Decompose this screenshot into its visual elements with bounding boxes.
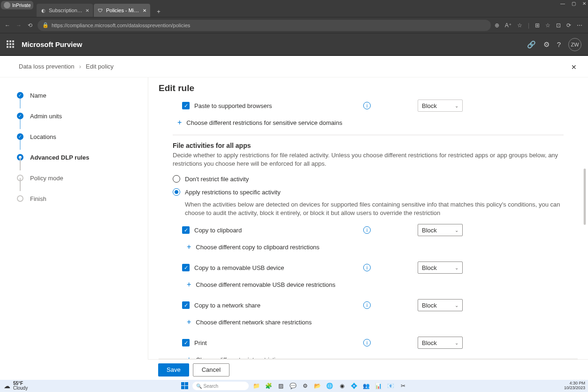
info-icon[interactable]: i — [363, 301, 371, 309]
app-launcher-icon[interactable] — [7, 40, 15, 49]
link-icon[interactable]: 🔗 — [527, 40, 536, 49]
checkbox-print[interactable]: ✓ — [182, 339, 190, 346]
help-icon[interactable]: ? — [557, 40, 561, 48]
chevron-down-icon: ⌄ — [455, 340, 458, 346]
step-pending-icon — [17, 195, 23, 202]
radio-selected-description: When the activities below are detected o… — [185, 200, 564, 217]
weather-widget[interactable]: ☁ 55°F Cloudy — [0, 381, 28, 391]
start-button[interactable] — [181, 382, 189, 390]
close-icon[interactable]: ✕ — [582, 1, 586, 6]
info-icon[interactable]: i — [363, 102, 371, 109]
header-actions: 🔗 ⚙ ? ZW — [527, 38, 581, 51]
taskbar-icon[interactable]: ◉ — [338, 382, 346, 390]
activity-label: Print — [194, 339, 359, 346]
favorite-icon[interactable]: ☆ — [517, 22, 522, 29]
chevron-down-icon: ⌄ — [455, 103, 458, 108]
tab-policies[interactable]: 🛡 Policies - Microsoft Purview ✕ — [94, 4, 150, 17]
info-icon[interactable]: i — [363, 339, 371, 346]
radio-dont-restrict[interactable]: Don't restrict file activity — [173, 172, 564, 185]
cancel-button[interactable]: Cancel — [193, 363, 229, 377]
step-advanced-dlp-rules[interactable]: Advanced DLP rules — [17, 147, 111, 168]
taskbar-icon[interactable]: 💠 — [350, 382, 359, 390]
save-button[interactable]: Save — [158, 363, 189, 377]
taskbar-icon[interactable]: 👥 — [362, 382, 371, 390]
action-dropdown-print[interactable]: Block ⌄ — [418, 337, 463, 349]
taskbar-icon[interactable]: 📧 — [387, 382, 395, 390]
close-icon[interactable]: ✕ — [85, 8, 89, 13]
panel-footer: Save Cancel — [148, 359, 588, 380]
scrollbar-thumb[interactable] — [583, 169, 586, 225]
action-dropdown-paste[interactable]: Block ⌄ — [418, 100, 463, 112]
plus-icon: + — [187, 280, 191, 289]
step-locations[interactable]: Locations — [17, 126, 111, 147]
step-admin-units[interactable]: Admin units — [17, 106, 111, 126]
read-icon[interactable]: A⁺ — [505, 22, 512, 29]
scroll-container: ✓ Paste to supported browsers i Block ⌄ … — [159, 97, 578, 359]
close-icon[interactable]: ✕ — [143, 8, 146, 13]
minimize-icon[interactable]: — — [560, 1, 565, 6]
browser-toolbar: ← → ⟲ 🔒 https://compliance.microsoft.com… — [0, 17, 588, 33]
action-dropdown-network[interactable]: Block ⌄ — [418, 299, 463, 311]
action-dropdown-usb[interactable]: Block ⌄ — [418, 261, 463, 274]
checkbox-copy-network[interactable]: ✓ — [182, 301, 190, 309]
more-icon[interactable]: ⋯ — [577, 22, 582, 29]
breadcrumb-current: Edit policy — [86, 63, 114, 70]
add-print-restrictions[interactable]: + Choose different print restrictions — [173, 352, 564, 359]
app-icon[interactable]: ⊞ — [535, 22, 540, 29]
radio-apply-restrictions[interactable]: Apply restrictions to specific activity — [173, 185, 564, 199]
close-panel-button[interactable]: ✕ — [569, 62, 579, 72]
add-network-restrictions[interactable]: + Choose different network share restric… — [173, 315, 564, 330]
back-icon[interactable]: ← — [4, 22, 11, 29]
action-dropdown-clipboard[interactable]: Block ⌄ — [418, 224, 463, 236]
activity-label: Copy to a removable USB device — [194, 264, 359, 271]
add-service-domain-restrictions[interactable]: + Choose different restrictions for sens… — [173, 115, 564, 130]
taskbar-icon[interactable]: 📁 — [252, 382, 261, 390]
sync-icon[interactable]: ⟳ — [566, 22, 571, 29]
window-controls: — ▢ ✕ — [560, 1, 586, 6]
taskbar-clock[interactable]: 4:30 PM 10/23/2023 — [564, 381, 585, 391]
taskbar-icon[interactable]: 📂 — [313, 382, 322, 390]
add-usb-restrictions[interactable]: + Choose different removable USB device … — [173, 277, 564, 292]
tab-subscriptions[interactable]: ◐ Subscriptions - Microsoft 365 a… ✕ — [37, 4, 93, 17]
activity-label: Paste to supported browsers — [194, 102, 359, 109]
edit-rule-panel: Edit rule ✓ Paste to supported browsers … — [148, 77, 588, 359]
step-finish[interactable]: Finish — [17, 188, 111, 209]
new-tab-button[interactable]: + — [153, 6, 164, 17]
checkbox-copy-clipboard[interactable]: ✓ — [182, 226, 190, 234]
wizard-stepper: Name Admin units Locations Advanced DLP … — [17, 85, 111, 209]
activity-copy-network: ✓ Copy to a network share i Block ⌄ — [173, 296, 564, 315]
info-icon[interactable]: i — [363, 264, 371, 271]
taskbar-icon[interactable]: ▨ — [277, 382, 285, 390]
avatar[interactable]: ZW — [568, 38, 581, 51]
plus-icon: + — [177, 118, 182, 127]
step-name[interactable]: Name — [17, 85, 111, 106]
extensions-icon[interactable]: ⊡ — [556, 22, 561, 29]
weather-desc: Cloudy — [13, 386, 28, 391]
checkbox-paste-browsers[interactable]: ✓ — [182, 102, 190, 109]
profile-dot — [4, 2, 10, 8]
taskbar-icon[interactable]: 📊 — [374, 382, 383, 390]
forward-icon[interactable]: → — [15, 22, 23, 29]
gear-icon[interactable]: ⚙ — [543, 40, 550, 49]
activity-label: Copy to a network share — [194, 302, 359, 309]
taskbar-icon[interactable]: 🌐 — [326, 382, 334, 390]
info-icon[interactable]: i — [363, 226, 371, 234]
app-body: Data loss prevention › Edit policy ✕ Nam… — [0, 55, 588, 380]
divider: | — [528, 22, 529, 29]
zoom-icon[interactable]: ⊕ — [495, 22, 499, 29]
add-clipboard-restrictions[interactable]: + Choose different copy to clipboard res… — [173, 239, 564, 254]
taskbar-icon[interactable]: 🧩 — [265, 382, 273, 390]
taskbar-icon[interactable]: 💬 — [289, 382, 298, 390]
breadcrumb: Data loss prevention › Edit policy ✕ — [0, 56, 588, 77]
taskbar-icon[interactable]: ⚙ — [301, 382, 310, 390]
step-policy-mode[interactable]: Policy mode — [17, 168, 111, 188]
taskbar-icon[interactable]: ✂ — [399, 382, 407, 390]
checkbox-copy-usb[interactable]: ✓ — [182, 264, 190, 271]
refresh-icon[interactable]: ⟲ — [26, 22, 34, 29]
breadcrumb-root[interactable]: Data loss prevention — [19, 63, 75, 70]
collections-icon[interactable]: ☆ — [545, 22, 550, 29]
taskbar-search[interactable]: 🔍 Search — [192, 382, 249, 390]
address-bar[interactable]: 🔒 https://compliance.microsoft.com/datal… — [38, 20, 491, 31]
maximize-icon[interactable]: ▢ — [572, 1, 576, 6]
chevron-down-icon: ⌄ — [455, 265, 458, 270]
